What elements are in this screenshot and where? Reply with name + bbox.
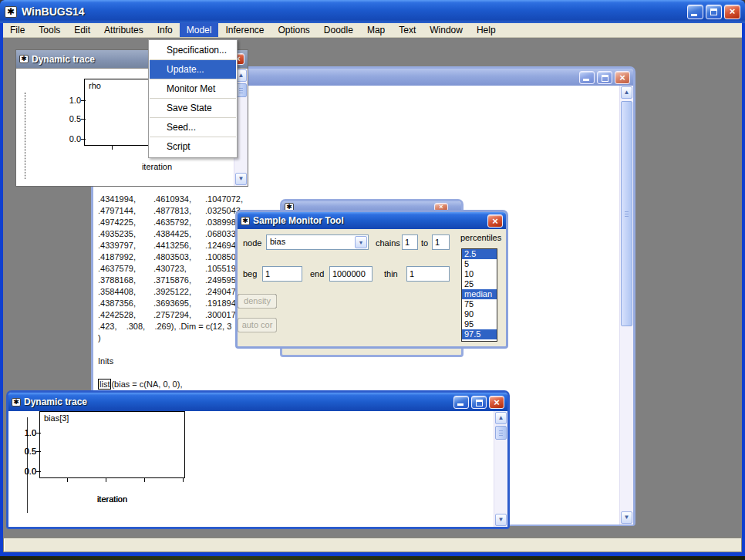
- beg-label: beg: [243, 269, 257, 278]
- model-menu: Specification... Update... Monitor Met S…: [148, 39, 238, 158]
- menubar-item[interactable]: File: [3, 23, 32, 37]
- app-icon: ✱: [5, 6, 17, 18]
- close-icon: ×: [615, 72, 629, 84]
- scroll-up-icon[interactable]: ▲: [495, 412, 507, 424]
- node-combobox[interactable]: bias ▼: [266, 234, 369, 250]
- chains-from-field[interactable]: [402, 234, 418, 250]
- y-tick: 0.0: [53, 134, 81, 143]
- data-line: .4187992,.4803503,.1008505,: [98, 251, 243, 263]
- model-menu-item[interactable]: Specification...: [150, 41, 236, 60]
- x-axis-label: iteration: [39, 494, 185, 504]
- menubar-item[interactable]: Tools: [32, 23, 67, 37]
- list-line: list(bias = c(NA, 0, 0),: [98, 379, 243, 390]
- trace-bottom-scrollbar[interactable]: ▲ ▼: [494, 411, 507, 527]
- percentile-item[interactable]: 2.5: [462, 249, 497, 259]
- model-menu-item[interactable]: Save State: [150, 99, 236, 118]
- menubar-item[interactable]: Attributes: [97, 23, 150, 37]
- percentiles-label: percentiles: [460, 233, 501, 242]
- data-line: .4242528,.2757294,.3000178,: [98, 309, 243, 321]
- model-menu-item[interactable]: Monitor Met: [150, 79, 236, 99]
- app-icon: ✱: [241, 217, 250, 225]
- window-controls: ×: [687, 5, 740, 19]
- close-button[interactable]: ×: [487, 214, 503, 228]
- chevron-down-icon[interactable]: ▼: [355, 236, 367, 248]
- inits-heading: Inits: [98, 356, 243, 367]
- scroll-down-icon[interactable]: ▼: [235, 173, 247, 185]
- list-fold-box[interactable]: list: [98, 379, 111, 390]
- scroll-up-icon[interactable]: ▲: [621, 86, 632, 99]
- y-tick: 0.5: [53, 114, 81, 123]
- smt-body: node bias ▼ chains to percentiles beg en…: [238, 229, 506, 346]
- smt-buttons-row1: clear set trace history density: [238, 294, 506, 309]
- model-menu-item[interactable]: Update...: [150, 60, 236, 79]
- beg-field[interactable]: [262, 266, 302, 282]
- menubar-item[interactable]: Inference: [218, 23, 271, 37]
- data-line: .4387356,.3693695,.1918949,: [98, 298, 243, 309]
- close-button[interactable]: ×: [489, 396, 504, 409]
- scrollbar-thumb[interactable]: [495, 426, 507, 440]
- menubar: File Tools Edit Attributes Info Model In…: [3, 23, 742, 38]
- model-menu-item[interactable]: Seed...: [150, 118, 236, 137]
- section-marker: [25, 93, 25, 179]
- percentile-item[interactable]: 25: [462, 279, 497, 289]
- trace-bottom-content: ▲ ▼ bias[2] 1.0 0.5 0.0 iteration: [8, 411, 507, 527]
- scroll-down-icon[interactable]: ▼: [621, 511, 632, 524]
- scrollbar-thumb[interactable]: [621, 101, 632, 326]
- data-line: .3788168,.3715876,.2495956,: [98, 275, 243, 286]
- percentile-item[interactable]: 5: [462, 259, 497, 269]
- data-line: .3584408,.3925122,.249047,: [98, 286, 243, 298]
- menubar-item[interactable]: Edit: [67, 23, 97, 37]
- data-lines: .4341994,.4610934,.1047072, .4797144,.48…: [98, 194, 243, 321]
- close-button[interactable]: ×: [615, 71, 630, 84]
- window-title: WinBUGS14: [22, 5, 85, 18]
- data-line: .4797144,.4877813,.0325043,: [98, 205, 243, 217]
- model-menu-item[interactable]: Script: [150, 137, 236, 157]
- maximize-button[interactable]: [597, 71, 612, 84]
- status-bar: [3, 538, 742, 552]
- minimize-button[interactable]: [453, 396, 469, 409]
- dim-line: .423, .308, .269), .Dim = c(12, 3: [98, 321, 243, 332]
- close-button[interactable]: ×: [724, 5, 740, 19]
- winbugs-main-window: ✱ WinBUGS14 × File Tools Edit Attributes…: [0, 0, 745, 560]
- node-value: bias: [270, 237, 285, 246]
- sample-monitor-tool-window: ✱ Sample Monitor Tool × node bias ▼ chai…: [235, 210, 508, 349]
- minimize-button[interactable]: [687, 5, 703, 19]
- percentile-item[interactable]: 10: [462, 269, 497, 279]
- chains-to-field[interactable]: [432, 234, 450, 250]
- scroll-down-icon[interactable]: ▼: [495, 514, 507, 526]
- y-tick: 0.0: [8, 467, 36, 476]
- data-line: .4341994,.4610934,.1047072,: [98, 194, 243, 205]
- trace-bottom-title: Dynamic trace: [24, 396, 87, 407]
- main-titlebar: ✱ WinBUGS14 ×: [0, 0, 745, 23]
- dynamic-trace-window-bottom: ✱ Dynamic trace × ▲ ▼: [6, 390, 510, 529]
- trace-bottom-titlebar[interactable]: ✱ Dynamic trace ×: [8, 393, 507, 411]
- menubar-item[interactable]: Info: [150, 23, 180, 37]
- menubar-item[interactable]: Options: [271, 23, 317, 37]
- close-paren-line: ): [98, 332, 243, 344]
- menubar-item[interactable]: Text: [392, 23, 423, 37]
- y-tick: 1.0: [53, 96, 81, 105]
- thin-field[interactable]: [406, 266, 450, 282]
- menubar-item[interactable]: Help: [470, 23, 503, 37]
- chains-label: chains: [376, 238, 400, 248]
- end-label: end: [310, 269, 324, 278]
- data-line: .4974225,.4635792,.0389983,: [98, 217, 243, 228]
- maximize-button[interactable]: [706, 5, 722, 19]
- mdi-area: × .4341994,.4610934,.1047072, .4797144,.…: [3, 38, 742, 538]
- menubar-item[interactable]: Map: [360, 23, 392, 37]
- document-scrollbar[interactable]: ▲ ▼: [619, 86, 633, 525]
- maximize-button[interactable]: [471, 396, 487, 409]
- smt-button[interactable]: auto cor: [238, 318, 277, 332]
- app-icon: ✱: [19, 55, 29, 63]
- minimize-button[interactable]: [579, 71, 595, 84]
- end-field[interactable]: [329, 266, 372, 282]
- data-line: .4339797,.4413256,.1246946,: [98, 240, 243, 251]
- menubar-item[interactable]: Doodle: [317, 23, 360, 37]
- menubar-item[interactable]: Model: [180, 23, 219, 37]
- to-label: to: [421, 238, 428, 248]
- trace-top-title: Dynamic trace: [32, 54, 95, 65]
- node-label: node: [243, 238, 261, 248]
- smt-titlebar[interactable]: ✱ Sample Monitor Tool ×: [238, 212, 506, 229]
- smt-button[interactable]: density: [238, 294, 277, 309]
- menubar-item[interactable]: Window: [423, 23, 470, 37]
